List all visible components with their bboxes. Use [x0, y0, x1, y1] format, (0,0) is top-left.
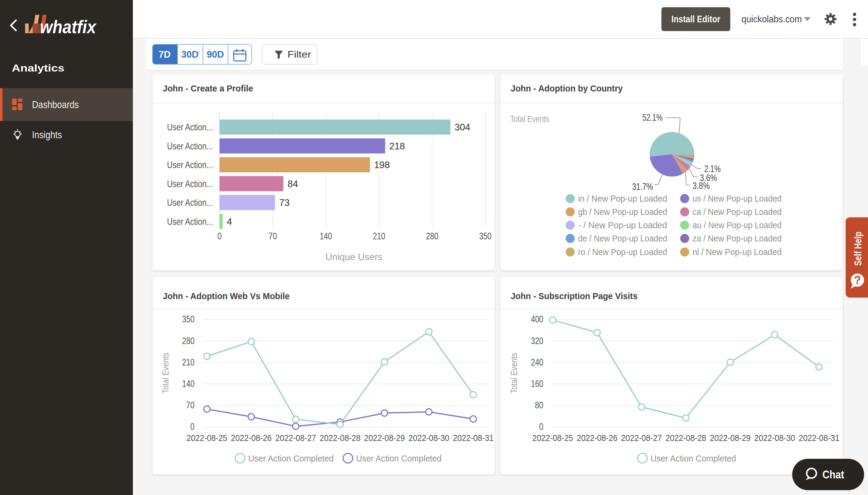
svg-text:Self Help: Self Help: [852, 232, 864, 266]
svg-text:Filter: Filter: [287, 49, 311, 60]
svg-text:Install Editor: Install Editor: [671, 14, 720, 24]
svg-text:whatfix: whatfix: [40, 16, 97, 37]
svg-text:quickolabs.com: quickolabs.com: [741, 14, 802, 24]
svg-text:Dashboards: Dashboards: [32, 99, 79, 110]
svg-text:Analytics: Analytics: [12, 63, 64, 74]
svg-text:Chat: Chat: [822, 468, 844, 481]
svg-text:30D: 30D: [182, 49, 199, 60]
svg-text:90D: 90D: [207, 49, 224, 60]
svg-text:Insights: Insights: [32, 129, 62, 140]
svg-text:7D: 7D: [158, 49, 171, 60]
